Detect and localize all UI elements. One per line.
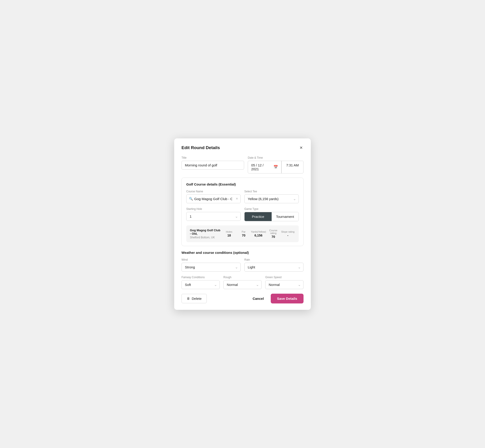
rough-label: Rough (223, 276, 262, 279)
game-type-label: Game Type (244, 207, 299, 211)
rough-group: Rough Soft Normal Hard ⌄ (223, 276, 262, 289)
course-info-name: Gog Magog Golf Club - Old, (190, 229, 222, 235)
slope-rating-label: Slope rating (281, 230, 295, 233)
select-tee-dropdown[interactable]: Yellow (6,156 yards) Red White Blue (244, 194, 299, 203)
starting-hole-wrap: 1 10 ⌄ (186, 212, 241, 221)
wind-label: Wind (181, 258, 241, 261)
green-speed-group: Green Speed Slow Normal Fast ⌄ (265, 276, 304, 289)
yards-label: Yards(Yellow) (251, 230, 266, 233)
rain-label: Rain (244, 258, 304, 261)
title-label: Title (181, 156, 244, 159)
course-name-group: Course Name 🔍 × (186, 190, 241, 203)
modal-header: Edit Round Details × (181, 145, 304, 151)
course-info-location: Shelford Bottom, UK (190, 236, 222, 239)
clear-icon[interactable]: × (236, 197, 238, 201)
par-value: 70 (236, 233, 251, 237)
calendar-icon: 📅 (274, 165, 278, 169)
course-tee-row: Course Name 🔍 × Select Tee Yellow (6,156… (186, 190, 299, 203)
title-input[interactable] (181, 161, 244, 170)
course-rating-label: Course rating (266, 229, 281, 234)
wind-dropdown[interactable]: None Light Moderate Strong (181, 263, 241, 272)
green-speed-dropdown[interactable]: Slow Normal Fast (265, 280, 304, 289)
starting-hole-group: Starting Hole 1 10 ⌄ (186, 207, 241, 221)
game-type-group: Game Type Practice Tournament (244, 207, 299, 221)
select-tee-group: Select Tee Yellow (6,156 yards) Red Whit… (244, 190, 299, 203)
edit-round-modal: Edit Round Details × Title Date & Time 0… (174, 138, 311, 310)
rough-wrap: Soft Normal Hard ⌄ (223, 280, 262, 289)
rain-group: Rain None Light Moderate Heavy ⌄ (244, 258, 304, 272)
title-datetime-row: Title Date & Time 05 / 12 / 2021 📅 7:31 … (181, 156, 304, 174)
starting-hole-label: Starting Hole (186, 207, 241, 211)
practice-button[interactable]: Practice (244, 212, 272, 221)
date-time-row: 05 / 12 / 2021 📅 7:31 AM (248, 161, 304, 174)
course-info-name-group: Gog Magog Golf Club - Old, Shelford Bott… (190, 229, 222, 239)
rough-dropdown[interactable]: Soft Normal Hard (223, 280, 262, 289)
date-value: 05 / 12 / 2021 (251, 163, 272, 171)
rain-wrap: None Light Moderate Heavy ⌄ (244, 263, 304, 272)
title-group: Title (181, 156, 244, 174)
select-tee-label: Select Tee (244, 190, 299, 193)
course-name-input[interactable] (186, 194, 241, 203)
game-type-toggle: Practice Tournament (244, 212, 299, 221)
holes-stat: Holes 18 (222, 230, 236, 237)
fairway-dropdown[interactable]: Soft Normal Hard (181, 280, 220, 289)
select-tee-wrap: Yellow (6,156 yards) Red White Blue ⌄ (244, 194, 299, 203)
par-label: Par (236, 230, 251, 233)
course-info-box: Gog Magog Golf Club - Old, Shelford Bott… (186, 225, 299, 242)
yards-stat: Yards(Yellow) 6,156 (251, 230, 266, 237)
golf-course-section: Golf Course details (Essential) Course N… (181, 177, 304, 246)
trash-icon: 🗑 (187, 297, 190, 300)
course-name-label: Course Name (186, 190, 241, 193)
footer-row: 🗑 Delete Cancel Save Details (181, 294, 304, 304)
fairway-label: Fairway Conditions (181, 276, 220, 279)
datetime-label: Date & Time (248, 156, 304, 159)
fairway-group: Fairway Conditions Soft Normal Hard ⌄ (181, 276, 220, 289)
date-input[interactable]: 05 / 12 / 2021 📅 (248, 161, 281, 173)
green-speed-wrap: Slow Normal Fast ⌄ (265, 280, 304, 289)
close-button[interactable]: × (299, 145, 304, 151)
cancel-button[interactable]: Cancel (250, 294, 266, 303)
hole-gametype-row: Starting Hole 1 10 ⌄ Game Type Practice … (186, 207, 299, 221)
course-name-search-wrap: 🔍 × (186, 194, 241, 203)
slope-rating-stat: Slope rating - (281, 230, 295, 237)
tournament-button[interactable]: Tournament (272, 212, 299, 221)
fairway-wrap: Soft Normal Hard ⌄ (181, 280, 220, 289)
weather-section: Weather and course conditions (optional)… (181, 251, 304, 289)
datetime-group: Date & Time 05 / 12 / 2021 📅 7:31 AM (248, 156, 304, 174)
wind-group: Wind None Light Moderate Strong ⌄ (181, 258, 241, 272)
starting-hole-dropdown[interactable]: 1 10 (186, 212, 241, 221)
modal-title: Edit Round Details (181, 145, 220, 150)
course-rating-value: 70 (266, 235, 281, 239)
green-speed-label: Green Speed (265, 276, 304, 279)
slope-rating-value: - (281, 233, 295, 237)
conditions-row: Fairway Conditions Soft Normal Hard ⌄ Ro… (181, 276, 304, 289)
search-icon: 🔍 (189, 197, 193, 200)
holes-value: 18 (222, 233, 236, 237)
par-stat: Par 70 (236, 230, 251, 237)
save-button[interactable]: Save Details (271, 294, 304, 304)
delete-label: Delete (192, 297, 202, 301)
weather-title: Weather and course conditions (optional) (181, 251, 304, 255)
golf-section-title: Golf Course details (Essential) (186, 182, 299, 186)
delete-button[interactable]: 🗑 Delete (181, 294, 207, 303)
footer-right: Cancel Save Details (250, 294, 304, 304)
time-input[interactable]: 7:31 AM (282, 161, 303, 173)
yards-value: 6,156 (251, 233, 266, 237)
wind-rain-row: Wind None Light Moderate Strong ⌄ Rain N… (181, 258, 304, 272)
rain-dropdown[interactable]: None Light Moderate Heavy (244, 263, 304, 272)
wind-wrap: None Light Moderate Strong ⌄ (181, 263, 241, 272)
holes-label: Holes (222, 230, 236, 233)
course-rating-stat: Course rating 70 (266, 229, 281, 239)
